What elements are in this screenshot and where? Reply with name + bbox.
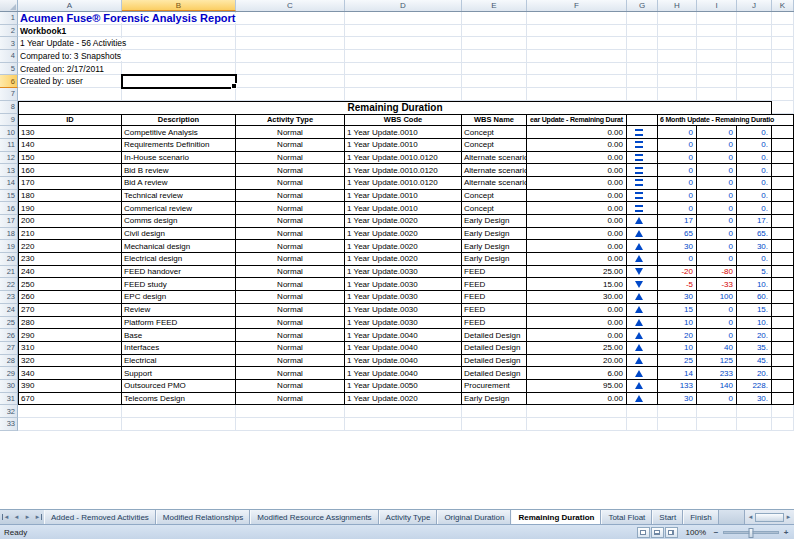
- cell[interactable]: [772, 12, 794, 25]
- year-update-duration-cell[interactable]: 0.00: [527, 152, 627, 165]
- cell[interactable]: [236, 405, 345, 418]
- id-cell[interactable]: 180: [18, 190, 122, 203]
- id-cell[interactable]: 320: [18, 355, 122, 368]
- select-all-corner[interactable]: [0, 0, 18, 11]
- wbs-code-cell[interactable]: 1 Year Update.0030: [345, 317, 462, 330]
- sheet-tab[interactable]: Finish: [683, 510, 718, 524]
- cell[interactable]: [527, 37, 627, 50]
- six-month-duration-cell[interactable]: 5.: [737, 266, 772, 279]
- previous-sheet-button[interactable]: [11, 510, 22, 524]
- row-header[interactable]: 10: [0, 126, 18, 139]
- cell[interactable]: [627, 418, 658, 431]
- column-header[interactable]: J: [737, 0, 772, 11]
- row-header[interactable]: 24: [0, 304, 18, 317]
- percent-cell[interactable]: 0: [697, 139, 737, 152]
- cell[interactable]: [737, 25, 772, 38]
- cell[interactable]: [122, 50, 236, 63]
- next-sheet-button[interactable]: [22, 510, 33, 524]
- percent-cell[interactable]: 0: [697, 304, 737, 317]
- scroll-right-icon[interactable]: [784, 514, 793, 520]
- cell[interactable]: [345, 50, 462, 63]
- wbs-code-cell[interactable]: 1 Year Update.0040: [345, 355, 462, 368]
- delta-cell[interactable]: -20: [658, 266, 697, 279]
- trend-cell[interactable]: [627, 393, 658, 406]
- horizontal-scrollbar[interactable]: [744, 510, 794, 524]
- normal-view-button[interactable]: [637, 527, 650, 538]
- header-wbs-code-cell[interactable]: WBS Code: [345, 114, 462, 127]
- cell[interactable]: [462, 25, 527, 38]
- description-cell[interactable]: EPC design: [122, 291, 236, 304]
- column-header[interactable]: B: [122, 0, 236, 11]
- wbs-name-cell[interactable]: Early Design: [462, 393, 527, 406]
- description-cell[interactable]: Electrical: [122, 355, 236, 368]
- column-header[interactable]: C: [236, 0, 345, 11]
- wbs-code-cell[interactable]: 1 Year Update.0040: [345, 342, 462, 355]
- six-month-duration-cell[interactable]: 0.: [737, 190, 772, 203]
- six-month-duration-cell[interactable]: 10.: [737, 317, 772, 330]
- cell[interactable]: [462, 75, 527, 88]
- six-month-duration-cell[interactable]: 15.: [737, 304, 772, 317]
- cell[interactable]: [658, 88, 697, 101]
- delta-cell[interactable]: 0: [658, 253, 697, 266]
- description-cell[interactable]: In-House scenario: [122, 152, 236, 165]
- six-month-duration-cell[interactable]: 0.: [737, 164, 772, 177]
- wbs-name-cell[interactable]: Alternate scenario: [462, 177, 527, 190]
- cell[interactable]: [627, 88, 658, 101]
- wbs-name-cell[interactable]: Early Design: [462, 215, 527, 228]
- year-update-duration-cell[interactable]: 25.00: [527, 266, 627, 279]
- description-cell[interactable]: Electrical design: [122, 253, 236, 266]
- cell[interactable]: [772, 126, 794, 139]
- column-header[interactable]: I: [697, 0, 737, 11]
- description-cell[interactable]: Bid B review: [122, 164, 236, 177]
- cell[interactable]: [345, 88, 462, 101]
- cell[interactable]: [737, 12, 772, 25]
- year-update-duration-cell[interactable]: 6.00: [527, 367, 627, 380]
- six-month-duration-cell[interactable]: 20.: [737, 329, 772, 342]
- wbs-name-cell[interactable]: Early Design: [462, 228, 527, 241]
- activity-type-cell[interactable]: Normal: [236, 164, 345, 177]
- row-header[interactable]: 29: [0, 367, 18, 380]
- year-update-duration-cell[interactable]: 0.00: [527, 215, 627, 228]
- trend-cell[interactable]: [627, 342, 658, 355]
- cell[interactable]: [697, 25, 737, 38]
- six-month-duration-cell[interactable]: 0.: [737, 253, 772, 266]
- activity-type-cell[interactable]: Normal: [236, 202, 345, 215]
- delta-cell[interactable]: -5: [658, 278, 697, 291]
- year-update-duration-cell[interactable]: 15.00: [527, 278, 627, 291]
- cell[interactable]: [772, 380, 794, 393]
- row-header[interactable]: 7: [0, 88, 18, 101]
- percent-cell[interactable]: 0: [697, 177, 737, 190]
- wbs-name-cell[interactable]: FEED: [462, 291, 527, 304]
- description-cell[interactable]: FEED study: [122, 278, 236, 291]
- trend-cell[interactable]: [627, 253, 658, 266]
- row-header[interactable]: 14: [0, 177, 18, 190]
- year-update-duration-cell[interactable]: 25.00: [527, 342, 627, 355]
- row-header[interactable]: 11: [0, 139, 18, 152]
- row-header[interactable]: 16: [0, 202, 18, 215]
- wbs-code-cell[interactable]: 1 Year Update.0010.0120: [345, 152, 462, 165]
- cell[interactable]: [236, 88, 345, 101]
- cell[interactable]: [462, 63, 527, 76]
- id-cell[interactable]: 290: [18, 329, 122, 342]
- row-header[interactable]: 28: [0, 355, 18, 368]
- six-month-duration-cell[interactable]: 65.: [737, 228, 772, 241]
- cell[interactable]: [462, 37, 527, 50]
- column-header[interactable]: E: [462, 0, 527, 11]
- activity-type-cell[interactable]: Normal: [236, 152, 345, 165]
- cell[interactable]: [236, 50, 345, 63]
- trend-cell[interactable]: [627, 190, 658, 203]
- activity-type-cell[interactable]: Normal: [236, 342, 345, 355]
- percent-cell[interactable]: 100: [697, 291, 737, 304]
- id-cell[interactable]: 240: [18, 266, 122, 279]
- cell[interactable]: [772, 278, 794, 291]
- percent-cell[interactable]: 0: [697, 329, 737, 342]
- year-update-duration-cell[interactable]: 0.00: [527, 393, 627, 406]
- wbs-code-cell[interactable]: 1 Year Update.0050: [345, 380, 462, 393]
- row-header[interactable]: 2: [0, 25, 18, 38]
- description-cell[interactable]: Interfaces: [122, 342, 236, 355]
- cell[interactable]: [737, 37, 772, 50]
- activity-type-cell[interactable]: Normal: [236, 317, 345, 330]
- cell[interactable]: [236, 75, 345, 88]
- header-id-cell[interactable]: ID: [18, 114, 122, 127]
- year-update-duration-cell[interactable]: 95.00: [527, 380, 627, 393]
